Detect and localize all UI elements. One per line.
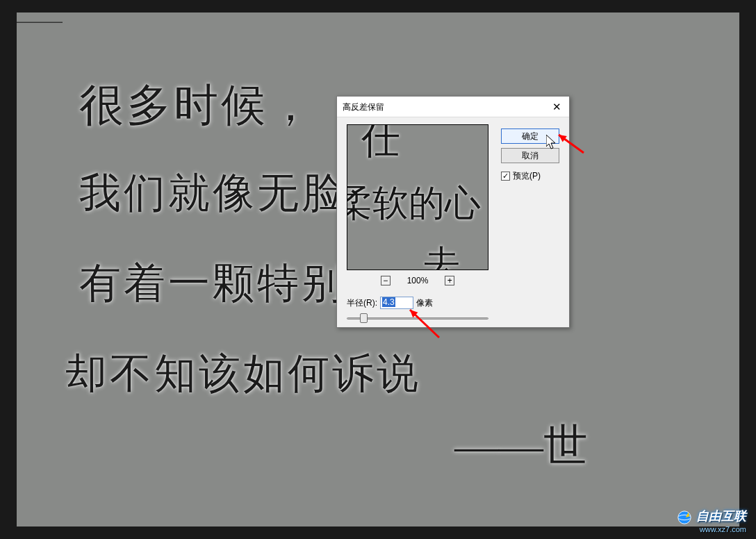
radius-unit-label: 像素 [416,297,433,309]
dialog-titlebar[interactable]: 高反差保留 ✕ [337,97,569,117]
radius-row: 半径(R): 4.3 像素 [347,297,433,309]
ok-button[interactable]: 确定 [501,128,559,144]
cancel-button[interactable]: 取消 [501,148,559,163]
preview-stroke: 去 [424,240,460,270]
preview-stroke: 仕 [361,124,400,167]
watermark-text: 自由互联 [696,509,746,523]
dialog-title-text: 高反差保留 [343,102,384,112]
preview-checkbox[interactable]: ✓ [501,172,510,181]
handwriting-signature: ——世 [454,415,588,476]
high-pass-dialog: 高反差保留 ✕ 仕 柔软的心 去 − 100% + 半径(R): 4.3 像素 … [336,96,570,328]
top-artifact: ——— [17,13,63,30]
watermark: 自由互联 www.xz7.com [677,508,746,533]
radius-slider[interactable] [347,313,488,323]
slider-thumb[interactable] [360,313,368,323]
zoom-in-button[interactable]: + [445,276,454,285]
zoom-level-label: 100% [407,276,429,285]
zoom-out-button[interactable]: − [381,276,391,285]
preview-stroke: 柔软的心 [347,179,481,228]
filter-preview[interactable]: 仕 柔软的心 去 [347,124,488,270]
watermark-globe-icon [677,510,692,525]
svg-point-5 [677,511,690,524]
handwriting-line: 我们就像无脸 [79,165,346,222]
radius-label: 半径(R): [347,297,377,309]
handwriting-line: 却不知该如何诉说 [65,346,421,402]
radius-input[interactable]: 4.3 [380,297,413,309]
close-icon[interactable]: ✕ [544,97,569,117]
handwriting-line: 很多时候， [79,75,315,135]
preview-checkbox-row: ✓ 预览(P) [501,170,559,182]
slider-track-line [347,317,488,320]
watermark-url: www.xz7.com [677,525,746,533]
zoom-controls: − 100% + [347,274,488,287]
preview-checkbox-label: 预览(P) [513,170,541,182]
